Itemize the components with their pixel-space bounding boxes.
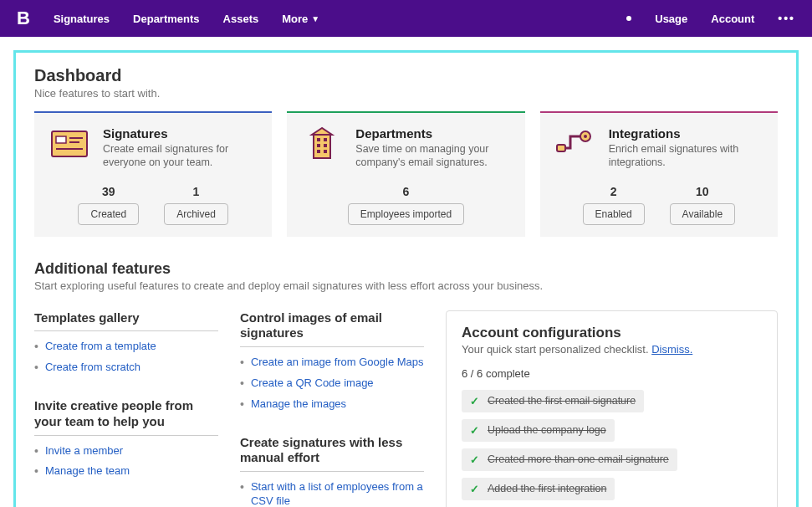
svg-rect-9 xyxy=(317,144,320,147)
logo[interactable]: B xyxy=(17,8,30,29)
topbar: B Signatures Departments Assets More ▼ U… xyxy=(0,0,812,37)
checklist: ✓Created the first email signature✓Uploa… xyxy=(462,390,762,508)
svg-rect-12 xyxy=(324,150,327,153)
check-icon: ✓ xyxy=(470,395,479,407)
config-count: 6 / 6 complete xyxy=(462,367,762,380)
link-image-qr[interactable]: Create a QR Code image xyxy=(251,376,374,391)
svg-rect-15 xyxy=(557,145,565,151)
dismiss-link[interactable]: Dismiss. xyxy=(651,343,692,356)
topbar-left: B Signatures Departments Assets More ▼ xyxy=(17,8,319,29)
content-frame: Dashboard Nice features to start with. S… xyxy=(13,50,799,507)
cards-row: Signatures Create email signatures for e… xyxy=(34,111,778,237)
svg-rect-0 xyxy=(52,131,87,156)
stat-created-button[interactable]: Created xyxy=(78,203,139,225)
link-manage-team[interactable]: Manage the team xyxy=(45,464,130,479)
checklist-item-label: Created the first email signature xyxy=(488,395,636,407)
block-templates: Templates gallery Create from a template… xyxy=(34,310,218,376)
link-invite-member[interactable]: Invite a member xyxy=(45,444,123,458)
id-card-icon xyxy=(49,126,89,161)
checklist-item-label: Created more than one email signature xyxy=(488,453,669,465)
card-departments-title: Departments xyxy=(355,126,509,141)
svg-rect-10 xyxy=(324,144,327,147)
card-signatures-title: Signatures xyxy=(103,126,257,141)
check-icon: ✓ xyxy=(470,424,479,437)
block-invite: Invite creative people from your team to… xyxy=(34,398,218,479)
stat-employees-value: 6 xyxy=(348,185,464,198)
check-icon: ✓ xyxy=(470,453,479,466)
nav-usage[interactable]: Usage xyxy=(655,13,687,25)
building-icon xyxy=(302,126,342,161)
stat-archived-button[interactable]: Archived xyxy=(164,203,228,225)
checklist-item: ✓Created more than one email signature xyxy=(462,448,677,471)
link-create-template[interactable]: Create from a template xyxy=(45,340,156,354)
less-effort-title: Create signatures with less manual effor… xyxy=(240,435,424,473)
stat-enabled-button[interactable]: Enabled xyxy=(583,203,645,225)
config-box: Account configurations Your quick start … xyxy=(446,310,778,508)
stat-employees-button[interactable]: Employees imported xyxy=(348,203,464,225)
nav-more-label: More xyxy=(282,13,308,25)
dashboard-title: Dashboard xyxy=(34,66,778,85)
checklist-item-label: Upload the company logo xyxy=(488,424,606,436)
svg-rect-11 xyxy=(317,150,320,153)
svg-rect-6 xyxy=(314,135,330,158)
nav-more[interactable]: More ▼ xyxy=(282,13,319,25)
card-integrations: Integrations Enrich email signatures wit… xyxy=(540,111,778,237)
card-signatures-desc: Create email signatures for everyone on … xyxy=(103,142,257,170)
chevron-down-icon: ▼ xyxy=(311,14,319,23)
images-title: Control images of email signatures xyxy=(240,310,424,348)
check-icon: ✓ xyxy=(470,483,479,495)
dashboard-subtitle: Nice features to start with. xyxy=(34,87,778,100)
link-create-scratch[interactable]: Create from scratch xyxy=(45,361,140,375)
stat-enabled-value: 2 xyxy=(583,185,645,198)
templates-title: Templates gallery xyxy=(34,310,218,332)
svg-marker-5 xyxy=(312,128,332,135)
more-menu-icon[interactable]: ••• xyxy=(778,12,795,25)
block-less-effort: Create signatures with less manual effor… xyxy=(240,435,424,507)
plug-icon xyxy=(555,126,595,161)
config-title: Account configurations xyxy=(462,325,762,341)
nav-assets[interactable]: Assets xyxy=(223,13,259,25)
svg-point-14 xyxy=(584,135,587,138)
additional-title: Additional features xyxy=(34,260,778,278)
card-signatures: Signatures Create email signatures for e… xyxy=(34,111,272,237)
stat-available-value: 10 xyxy=(670,185,735,198)
svg-rect-7 xyxy=(317,138,320,141)
card-departments-desc: Save time on managing your company's ema… xyxy=(355,142,509,170)
card-departments: Departments Save time on managing your c… xyxy=(287,111,524,237)
stat-archived-value: 1 xyxy=(164,185,228,198)
stat-available-button[interactable]: Available xyxy=(670,203,735,225)
block-images: Control images of email signatures Creat… xyxy=(240,310,424,412)
feature-columns: Templates gallery Create from a template… xyxy=(34,310,778,508)
card-integrations-title: Integrations xyxy=(609,126,763,141)
nav-account[interactable]: Account xyxy=(711,13,754,25)
config-subtitle: Your quick start personalized checklist.… xyxy=(462,343,762,356)
status-dot-icon[interactable] xyxy=(626,16,631,21)
checklist-item: ✓Upload the company logo xyxy=(462,419,615,442)
checklist-item: ✓Created the first email signature xyxy=(462,390,644,412)
link-manage-images[interactable]: Manage the images xyxy=(251,397,346,412)
svg-rect-8 xyxy=(324,138,327,141)
invite-title: Invite creative people from your team to… xyxy=(34,398,218,436)
nav-departments[interactable]: Departments xyxy=(133,13,199,25)
config-subtitle-text: Your quick start personalized checklist. xyxy=(462,343,649,356)
additional-subtitle: Start exploring useful features to creat… xyxy=(34,279,778,292)
checklist-item-label: Added the first integration xyxy=(488,483,606,494)
link-csv[interactable]: Start with a list of employees from a CS… xyxy=(251,480,424,507)
card-integrations-desc: Enrich email signatures with integration… xyxy=(609,142,763,170)
svg-rect-1 xyxy=(56,136,66,143)
link-image-maps[interactable]: Create an image from Google Maps xyxy=(251,356,424,370)
nav-signatures[interactable]: Signatures xyxy=(54,13,110,25)
checklist-item: ✓Added the first integration xyxy=(462,478,615,500)
topbar-right: Usage Account ••• xyxy=(626,12,795,25)
stat-created-value: 39 xyxy=(78,185,139,198)
